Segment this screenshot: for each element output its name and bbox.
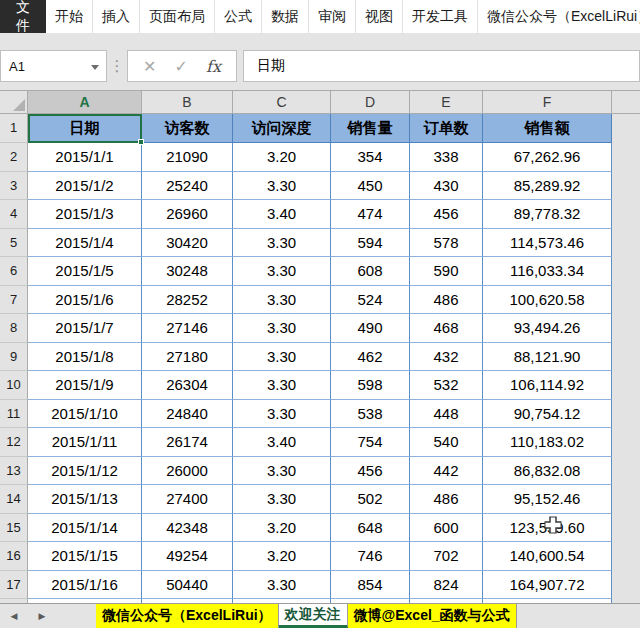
cell-E3[interactable]: 430 (410, 172, 483, 201)
cell-C1[interactable]: 访问深度 (233, 114, 331, 143)
cell-D17[interactable]: 854 (331, 571, 410, 600)
cell-F9[interactable]: 88,121.90 (483, 343, 612, 372)
row-header-2[interactable]: 2 (0, 143, 28, 172)
cell-E16[interactable]: 702 (410, 542, 483, 571)
cell-F7[interactable]: 100,620.58 (483, 286, 612, 315)
cell-B5[interactable]: 30420 (142, 229, 233, 258)
cell-B9[interactable]: 27180 (142, 343, 233, 372)
cell-C7[interactable]: 3.30 (233, 286, 331, 315)
cell-D8[interactable]: 490 (331, 314, 410, 343)
cell-B3[interactable]: 25240 (142, 172, 233, 201)
cell-A5[interactable]: 2015/1/4 (28, 229, 142, 258)
cell-B14[interactable]: 27400 (142, 485, 233, 514)
cell-D14[interactable]: 502 (331, 485, 410, 514)
cell-F12[interactable]: 110,183.02 (483, 428, 612, 457)
cell-C5[interactable]: 3.30 (233, 229, 331, 258)
cell-E17[interactable]: 824 (410, 571, 483, 600)
row-header-13[interactable]: 13 (0, 457, 28, 486)
sheet-tab[interactable]: 欢迎关注 (279, 604, 348, 628)
ribbon-tab[interactable]: 开发工具 (403, 0, 478, 33)
cell-F13[interactable]: 86,832.08 (483, 457, 612, 486)
cell-E10[interactable]: 532 (410, 371, 483, 400)
cell-A11[interactable]: 2015/1/10 (28, 400, 142, 429)
name-box[interactable]: A1 (0, 50, 107, 82)
cell-C4[interactable]: 3.40 (233, 200, 331, 229)
cell-B17[interactable]: 50440 (142, 571, 233, 600)
cell-E8[interactable]: 468 (410, 314, 483, 343)
cell-F3[interactable]: 85,289.92 (483, 172, 612, 201)
cell-A14[interactable]: 2015/1/13 (28, 485, 142, 514)
cell-D5[interactable]: 594 (331, 229, 410, 258)
ribbon-tab[interactable]: 视图 (356, 0, 403, 33)
cell-A3[interactable]: 2015/1/2 (28, 172, 142, 201)
cell-B16[interactable]: 49254 (142, 542, 233, 571)
ribbon-tab[interactable]: 审阅 (309, 0, 356, 33)
cell-C3[interactable]: 3.30 (233, 172, 331, 201)
cell-A16[interactable]: 2015/1/15 (28, 542, 142, 571)
cell-D11[interactable]: 538 (331, 400, 410, 429)
column-header-d[interactable]: D (331, 91, 410, 114)
ribbon-tab-file[interactable]: 文件 (0, 0, 46, 33)
cell-E13[interactable]: 442 (410, 457, 483, 486)
row-header-8[interactable]: 8 (0, 314, 28, 343)
cell-D16[interactable]: 746 (331, 542, 410, 571)
cell-B12[interactable]: 26174 (142, 428, 233, 457)
cell-E7[interactable]: 486 (410, 286, 483, 315)
cell-D9[interactable]: 462 (331, 343, 410, 372)
cell-C6[interactable]: 3.30 (233, 257, 331, 286)
cell-C14[interactable]: 3.30 (233, 485, 331, 514)
cell-F6[interactable]: 116,033.34 (483, 257, 612, 286)
row-header-7[interactable]: 7 (0, 286, 28, 315)
row-header-6[interactable]: 6 (0, 257, 28, 286)
cell-C8[interactable]: 3.30 (233, 314, 331, 343)
formula-input[interactable]: 日期 (243, 50, 640, 82)
cell-A2[interactable]: 2015/1/1 (28, 143, 142, 172)
cell-F4[interactable]: 89,778.32 (483, 200, 612, 229)
column-header-b[interactable]: B (142, 91, 233, 114)
cell-B1[interactable]: 访客数 (142, 114, 233, 143)
cell-F2[interactable]: 67,262.96 (483, 143, 612, 172)
cell-A7[interactable]: 2015/1/6 (28, 286, 142, 315)
name-box-dropdown-icon[interactable] (91, 65, 99, 70)
sheet-nav-left-icon[interactable]: ◀ (0, 604, 28, 628)
column-header-f[interactable]: F (483, 91, 612, 114)
cell-C15[interactable]: 3.20 (233, 514, 331, 543)
cell-C17[interactable]: 3.30 (233, 571, 331, 600)
cell-B6[interactable]: 30248 (142, 257, 233, 286)
row-header-9[interactable]: 9 (0, 343, 28, 372)
cell-E6[interactable]: 590 (410, 257, 483, 286)
cell-D1[interactable]: 销售量 (331, 114, 410, 143)
cell-E12[interactable]: 540 (410, 428, 483, 457)
cell-D13[interactable]: 456 (331, 457, 410, 486)
cell-A17[interactable]: 2015/1/16 (28, 571, 142, 600)
cell-D3[interactable]: 450 (331, 172, 410, 201)
column-header-c[interactable]: C (233, 91, 331, 114)
cell-F11[interactable]: 90,754.12 (483, 400, 612, 429)
cell-C13[interactable]: 3.30 (233, 457, 331, 486)
cell-A1[interactable]: 日期 (28, 114, 142, 143)
enter-icon[interactable]: ✓ (175, 57, 188, 76)
column-header-e[interactable]: E (410, 91, 483, 114)
cell-F17[interactable]: 164,907.72 (483, 571, 612, 600)
cell-A9[interactable]: 2015/1/8 (28, 343, 142, 372)
cell-E4[interactable]: 456 (410, 200, 483, 229)
cell-C10[interactable]: 3.30 (233, 371, 331, 400)
sheet-tab[interactable]: 微博@Excel_函数与公式 (348, 604, 517, 628)
cell-B4[interactable]: 26960 (142, 200, 233, 229)
cancel-icon[interactable]: ✕ (143, 57, 156, 76)
cell-B15[interactable]: 42348 (142, 514, 233, 543)
ribbon-tab[interactable]: 微信公众号（ExcelLiRui） (478, 0, 640, 33)
row-header-3[interactable]: 3 (0, 172, 28, 201)
cell-E14[interactable]: 486 (410, 485, 483, 514)
cell-E11[interactable]: 448 (410, 400, 483, 429)
row-header-10[interactable]: 10 (0, 371, 28, 400)
cell-D2[interactable]: 354 (331, 143, 410, 172)
insert-function-icon[interactable]: fx (206, 57, 221, 76)
cell-A12[interactable]: 2015/1/11 (28, 428, 142, 457)
ribbon-tab[interactable]: 插入 (93, 0, 140, 33)
cell-A6[interactable]: 2015/1/5 (28, 257, 142, 286)
cell-C11[interactable]: 3.30 (233, 400, 331, 429)
cell-D7[interactable]: 524 (331, 286, 410, 315)
cell-A15[interactable]: 2015/1/14 (28, 514, 142, 543)
sheet-nav-right-icon[interactable]: ▶ (28, 604, 56, 628)
